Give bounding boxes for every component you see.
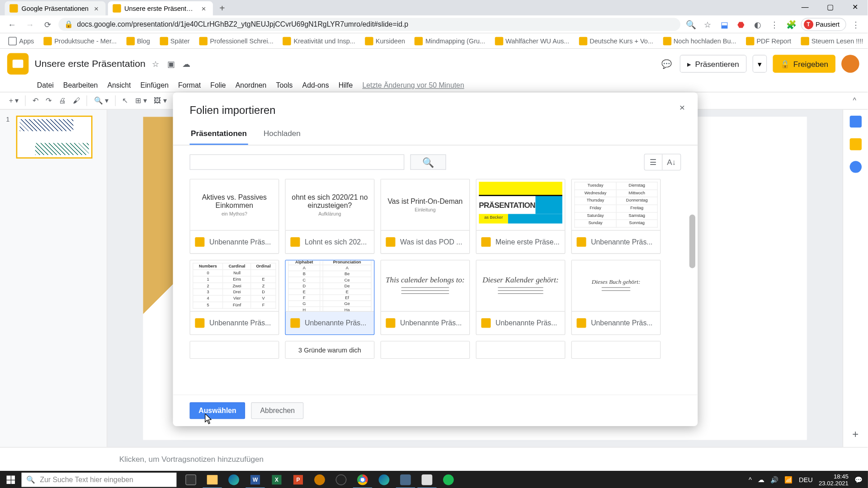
last-edit-link[interactable]: Letzte Änderung vor 50 Minuten: [359, 80, 468, 91]
taskbar-explorer[interactable]: [202, 471, 223, 488]
extension-icon[interactable]: ⋮: [767, 17, 782, 32]
bookmark-item[interactable]: PDF Report: [742, 35, 795, 46]
taskbar-edge[interactable]: [373, 471, 395, 488]
picker-item[interactable]: Aktives vs. Passives Einkommenein Mythos…: [189, 179, 279, 254]
cloud-icon[interactable]: ☁: [181, 58, 192, 69]
menu-arrange[interactable]: Anordnen: [232, 80, 270, 91]
speaker-notes[interactable]: Klicken, um Vortragsnotizen hinzuzufügen: [0, 447, 868, 471]
picker-item[interactable]: 3 Gründe warum dich: [285, 341, 374, 359]
bookmark-item[interactable]: Steuern Lesen !!!!: [797, 35, 867, 46]
taskbar-spotify[interactable]: [438, 471, 459, 488]
menu-tools[interactable]: Tools: [273, 80, 297, 91]
present-button[interactable]: ▸Präsentieren: [679, 55, 747, 73]
search-button[interactable]: 🔍: [410, 155, 446, 170]
picker-item[interactable]: TuesdayDienstagWednesdayMittwochThursday…: [571, 179, 661, 254]
extension-icon[interactable]: ⬣: [734, 17, 748, 32]
taskbar-app[interactable]: [416, 471, 438, 488]
bookmark-item[interactable]: Kreativität und Insp...: [279, 35, 359, 46]
star-icon[interactable]: ☆: [150, 58, 161, 69]
slide-thumbnail[interactable]: [16, 116, 92, 159]
browser-tab[interactable]: Unsere erste Präsentation - Goo ×: [108, 1, 212, 16]
keep-addon-icon[interactable]: [849, 138, 861, 150]
picker-item[interactable]: Vas ist Print-On-DemanEinleitung Was ist…: [381, 179, 470, 254]
add-addon-button[interactable]: +: [852, 428, 859, 441]
reload-button[interactable]: ⟳: [41, 17, 55, 32]
picker-item[interactable]: [476, 341, 566, 359]
picker-item[interactable]: NumbersCardinalOrdinal0Null1EinsE2ZweiZ3…: [189, 260, 279, 335]
sort-toggle[interactable]: A↓: [662, 155, 680, 170]
bookmark-item[interactable]: Wahlfächer WU Aus...: [491, 35, 573, 46]
tab-upload[interactable]: Hochladen: [262, 123, 302, 145]
taskbar-app[interactable]: [309, 471, 330, 488]
tasks-addon-icon[interactable]: [849, 161, 861, 173]
close-icon[interactable]: ×: [92, 4, 100, 12]
menu-button[interactable]: ⋮: [849, 17, 863, 32]
picker-item[interactable]: AlphabetPronunciationAABBeCCeDDeEEFEfGGe…: [285, 260, 374, 335]
menu-help[interactable]: Hilfe: [335, 80, 357, 91]
select-button[interactable]: Auswählen: [189, 402, 245, 419]
print-button[interactable]: 🖨: [56, 95, 69, 107]
tray-notifications-icon[interactable]: 💬: [854, 476, 863, 483]
tray-language[interactable]: DEU: [799, 476, 813, 483]
search-input[interactable]: [189, 155, 404, 170]
menu-view[interactable]: Ansicht: [104, 80, 135, 91]
profile-paused-button[interactable]: T Pausiert: [801, 18, 846, 31]
cancel-button[interactable]: Abbrechen: [251, 402, 304, 419]
comments-button[interactable]: 💬: [659, 56, 674, 71]
undo-button[interactable]: ↶: [29, 95, 41, 107]
extension-icon[interactable]: ⬓: [717, 17, 731, 32]
task-view-button[interactable]: [180, 471, 201, 488]
picker-item[interactable]: ohnt es sich 2020/21 no einzusteigen?Auf…: [285, 179, 374, 254]
tray-chevron-icon[interactable]: ^: [749, 476, 752, 483]
forward-button[interactable]: →: [23, 17, 37, 32]
redo-button[interactable]: ↷: [42, 95, 54, 107]
menu-addons[interactable]: Add-ons: [299, 80, 333, 91]
menu-format[interactable]: Format: [175, 80, 204, 91]
apps-button[interactable]: Apps: [5, 35, 38, 46]
picker-item[interactable]: Dieser Kalender gehört: Unbenannte Präs.…: [476, 260, 566, 335]
menu-file[interactable]: Datei: [33, 80, 57, 91]
collapse-toolbar-button[interactable]: ^: [849, 95, 860, 107]
tray-cloud-icon[interactable]: ☁: [758, 476, 764, 483]
taskbar-search[interactable]: 🔍Zur Suche Text hier eingeben: [21, 473, 176, 487]
taskbar-app[interactable]: [330, 471, 352, 488]
close-modal-button[interactable]: ×: [675, 101, 689, 115]
start-button[interactable]: [0, 471, 21, 488]
taskbar-excel[interactable]: X: [266, 471, 287, 488]
back-button[interactable]: ←: [5, 17, 19, 32]
extension-icon[interactable]: ◐: [750, 17, 765, 32]
list-view-toggle[interactable]: ☰: [645, 155, 663, 170]
image-tool[interactable]: 🖼 ▾: [151, 95, 170, 107]
picker-item[interactable]: [381, 341, 470, 359]
zoom-button[interactable]: 🔍 ▾: [91, 95, 111, 107]
menu-edit[interactable]: Bearbeiten: [60, 80, 101, 91]
menu-insert[interactable]: Einfügen: [137, 80, 172, 91]
bookmark-item[interactable]: Professionell Schrei...: [196, 35, 277, 46]
picker-item[interactable]: PRÄSENTATIONas Becker Meine erste Präse.…: [476, 179, 566, 254]
bookmark-item[interactable]: Kursideen: [361, 35, 409, 46]
picker-item[interactable]: This calender belongs to: Unbenannte Prä…: [381, 260, 470, 335]
calendar-addon-icon[interactable]: [849, 116, 861, 127]
new-slide-button[interactable]: + ▾: [6, 95, 22, 107]
taskbar-app[interactable]: [223, 471, 244, 488]
bookmark-item[interactable]: Produktsuche - Mer...: [40, 35, 120, 46]
tray-wifi-icon[interactable]: 📶: [784, 476, 793, 483]
tray-volume-icon[interactable]: 🔊: [770, 476, 778, 483]
maximize-button[interactable]: ▢: [817, 0, 842, 14]
picker-item[interactable]: Dieses Buch gehört: Unbenannte Präs...: [571, 260, 661, 335]
tray-clock[interactable]: 18:45 23.02.2021: [819, 473, 849, 486]
picker-item[interactable]: [571, 341, 661, 359]
taskbar-chrome[interactable]: [352, 471, 373, 488]
bookmark-item[interactable]: Mindmapping (Gru...: [411, 35, 489, 46]
menu-slide[interactable]: Folie: [207, 80, 229, 91]
taskbar-powerpoint[interactable]: P: [288, 471, 309, 488]
textbox-tool[interactable]: ⊞ ▾: [132, 95, 150, 107]
doc-title[interactable]: Unsere erste Präsentation: [35, 58, 146, 69]
tab-presentations[interactable]: Präsentationen: [189, 123, 248, 145]
bookmark-item[interactable]: Noch hochladen Bu...: [659, 35, 740, 46]
account-avatar[interactable]: [841, 55, 859, 73]
scrollbar[interactable]: [689, 215, 695, 268]
paint-format-button[interactable]: 🖌: [70, 95, 83, 107]
minimize-button[interactable]: —: [793, 0, 817, 14]
bookmark-item[interactable]: Später: [156, 35, 193, 46]
